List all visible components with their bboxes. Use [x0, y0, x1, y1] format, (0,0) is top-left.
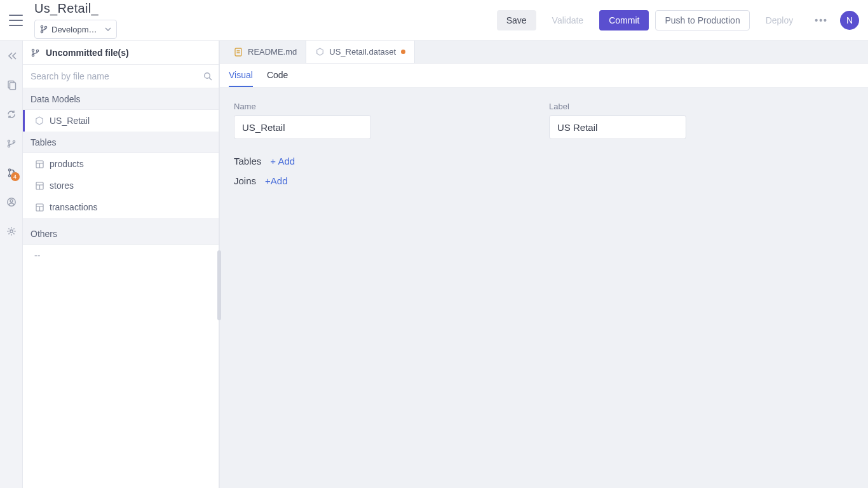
validate-button[interactable]: Validate — [543, 10, 593, 30]
svg-point-12 — [10, 200, 13, 202]
branch-icon — [31, 48, 39, 58]
name-label: Name — [234, 102, 371, 111]
table-icon — [34, 159, 44, 169]
group-others: Others — [23, 223, 219, 245]
push-to-production-button[interactable]: Push to Production — [655, 10, 749, 30]
sidebar: Uncommitted file(s) Data Models US_Retai… — [23, 41, 219, 488]
sidebar-item-label: transactions — [50, 202, 97, 212]
content: README.md US_Retail.dataset Visual Code … — [219, 41, 868, 488]
svg-point-5 — [8, 140, 10, 142]
sidebar-item-products[interactable]: products — [23, 153, 219, 175]
dirty-indicator-icon — [401, 50, 405, 54]
sidebar-title: Uncommitted file(s) — [46, 48, 129, 58]
sidebar-item-us-retail[interactable]: US_Retail — [23, 110, 219, 132]
svg-point-9 — [8, 175, 10, 177]
joins-section: Joins +Add — [234, 175, 854, 186]
group-tables: Tables — [23, 132, 219, 153]
sidebar-title-row: Uncommitted file(s) — [23, 41, 219, 65]
rail-refresh-button[interactable] — [0, 105, 23, 123]
editor-body: Name Label Tables + Add Joins +Add — [220, 88, 868, 488]
sidebar-item-label: stores — [50, 180, 74, 191]
changes-count-badge: 4 — [11, 172, 20, 181]
svg-rect-21 — [235, 48, 241, 56]
files-icon — [6, 80, 17, 90]
user-avatar[interactable]: N — [840, 11, 859, 30]
branch-label: Developm… — [51, 25, 97, 34]
collapse-sidebar-button[interactable] — [0, 47, 23, 65]
search-input[interactable] — [23, 65, 219, 88]
double-chevron-left-icon — [8, 52, 18, 60]
svg-point-2 — [44, 26, 46, 28]
rail-files-button[interactable] — [0, 76, 23, 94]
svg-point-13 — [10, 230, 12, 233]
svg-point-0 — [41, 25, 43, 27]
sidebar-item-transactions[interactable]: transactions — [23, 196, 219, 218]
person-icon — [6, 197, 17, 207]
chevron-down-icon — [105, 27, 111, 31]
field-label: Label — [549, 102, 686, 139]
label-label: Label — [549, 102, 686, 111]
tab-readme[interactable]: README.md — [225, 41, 306, 63]
sidebar-item-stores[interactable]: stores — [23, 175, 219, 196]
svg-point-17 — [205, 73, 210, 79]
svg-rect-4 — [10, 83, 15, 90]
svg-point-16 — [36, 50, 38, 51]
tab-label: README.md — [248, 47, 297, 57]
subtab-code[interactable]: Code — [267, 70, 288, 87]
save-button[interactable]: Save — [497, 10, 536, 30]
tables-section: Tables + Add — [234, 156, 854, 166]
label-input[interactable] — [549, 115, 686, 139]
deploy-button[interactable]: Deploy — [756, 10, 803, 30]
tables-heading: Tables — [234, 156, 261, 166]
sidebar-item-label: products — [50, 159, 84, 169]
sidebar-scrollbar[interactable] — [217, 250, 221, 320]
sidebar-search — [23, 65, 219, 88]
commit-button[interactable]: Commit — [599, 10, 649, 30]
gear-icon — [6, 226, 17, 236]
table-icon — [34, 180, 44, 191]
add-table-button[interactable]: + Add — [270, 156, 295, 166]
add-join-button[interactable]: +Add — [265, 175, 287, 186]
menu-toggle[interactable] — [9, 15, 23, 26]
topbar-actions: Save Validate Commit Push to Production … — [497, 10, 859, 30]
more-actions-button[interactable]: ••• — [809, 10, 834, 30]
sidebar-item-label: US_Retail — [50, 116, 90, 126]
table-icon — [34, 202, 44, 212]
svg-point-7 — [13, 140, 15, 142]
editor-subtabs: Visual Code — [220, 64, 868, 88]
refresh-icon — [6, 109, 17, 119]
rail-changes-button[interactable]: 4 — [0, 164, 23, 182]
main: 4 Uncommitted file(s) Data Models US_Ret… — [0, 41, 868, 488]
subtab-visual[interactable]: Visual — [229, 70, 253, 87]
readme-file-icon — [234, 48, 243, 57]
sidebar-item-label: -- — [34, 250, 40, 261]
svg-point-8 — [8, 169, 10, 171]
project-header: Us_Retail_ Developm… — [34, 1, 117, 39]
rail-settings-button[interactable] — [0, 222, 23, 240]
name-input[interactable] — [234, 115, 371, 139]
editor-tabstrip: README.md US_Retail.dataset — [220, 41, 868, 64]
topbar: Us_Retail_ Developm… Save Validate Commi… — [0, 0, 868, 41]
group-data-models: Data Models — [23, 88, 219, 110]
branch-icon — [40, 25, 48, 34]
activity-rail: 4 — [0, 41, 23, 488]
branches-icon — [6, 139, 17, 149]
dataset-icon — [315, 48, 324, 57]
dataset-icon — [34, 116, 44, 126]
rail-branches-button[interactable] — [0, 135, 23, 152]
joins-heading: Joins — [234, 175, 256, 186]
sidebar-others-empty: -- — [23, 245, 219, 266]
rail-profile-button[interactable] — [0, 193, 23, 211]
branch-selector[interactable]: Developm… — [34, 20, 117, 39]
field-name: Name — [234, 102, 371, 139]
svg-point-14 — [32, 49, 34, 51]
search-icon — [203, 72, 212, 81]
project-title: Us_Retail_ — [34, 1, 117, 16]
tab-us-retail-dataset[interactable]: US_Retail.dataset — [306, 41, 415, 63]
tab-label: US_Retail.dataset — [329, 47, 396, 57]
